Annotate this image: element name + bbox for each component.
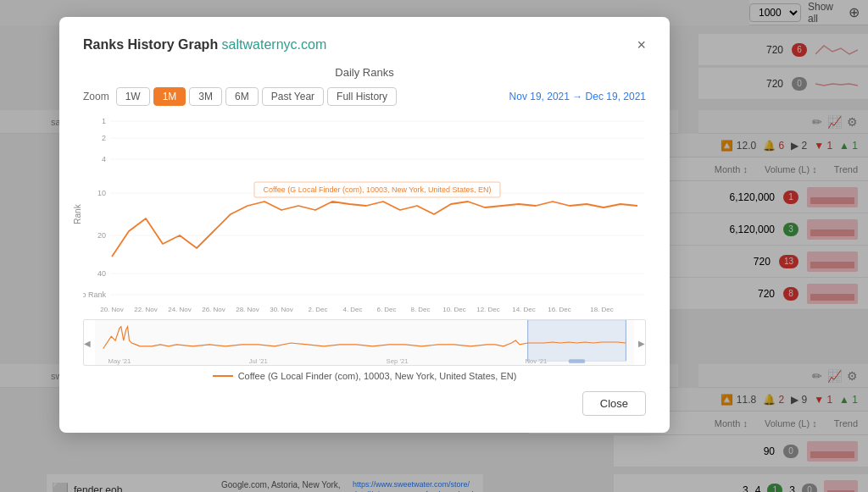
zoom-3m[interactable]: 3M <box>189 87 222 106</box>
svg-text:4. Dec: 4. Dec <box>342 306 362 313</box>
mini-chart: ◀ May '21 Jul '21 Sep '21 Nov '21 ▶ <box>83 319 646 366</box>
zoom-1m[interactable]: 1M <box>153 87 186 106</box>
svg-text:30. Nov: 30. Nov <box>270 306 293 313</box>
svg-text:20. Nov: 20. Nov <box>100 306 124 313</box>
modal-site-link[interactable]: saltwaternyc.com <box>222 37 327 52</box>
svg-text:May '21: May '21 <box>108 357 131 365</box>
close-icon-btn[interactable]: × <box>637 37 646 53</box>
legend-line-indicator <box>213 375 233 377</box>
zoom-1w[interactable]: 1W <box>116 87 150 106</box>
modal-title-group: Ranks History Graph saltwaternyc.com <box>83 37 326 53</box>
main-chart: Rank 1 2 4 10 20 40 No Rank 20. Nov 22. … <box>83 113 646 316</box>
svg-text:1: 1 <box>102 117 106 125</box>
svg-text:12. Dec: 12. Dec <box>476 306 500 313</box>
svg-text:2. Dec: 2. Dec <box>308 306 327 313</box>
svg-text:26. Nov: 26. Nov <box>202 306 225 313</box>
zoom-past-year[interactable]: Past Year <box>262 87 324 106</box>
date-range: Nov 19, 2021 → Dec 19, 2021 <box>509 91 646 102</box>
modal-title: Ranks History Graph <box>83 37 218 52</box>
svg-text:4: 4 <box>102 155 106 163</box>
svg-text:14. Dec: 14. Dec <box>512 306 536 313</box>
svg-text:24. Nov: 24. Nov <box>168 306 192 313</box>
svg-text:Sep '21: Sep '21 <box>387 357 409 365</box>
svg-text:18. Dec: 18. Dec <box>590 306 614 313</box>
svg-text:Jul '21: Jul '21 <box>249 357 268 365</box>
mini-chart-svg: May '21 Jul '21 Sep '21 Nov '21 <box>84 320 645 365</box>
main-chart-svg: 1 2 4 10 20 40 No Rank 20. Nov 22. Nov 2… <box>83 113 646 316</box>
zoom-full-history[interactable]: Full History <box>327 87 397 106</box>
zoom-6m[interactable]: 6M <box>225 87 259 106</box>
svg-text:28. Nov: 28. Nov <box>236 306 259 313</box>
svg-text:2: 2 <box>102 134 106 142</box>
svg-text:6. Dec: 6. Dec <box>376 306 396 313</box>
svg-text:No Rank: No Rank <box>83 290 107 299</box>
svg-text:40: 40 <box>97 269 106 278</box>
close-modal-button[interactable]: Close <box>582 391 646 416</box>
svg-rect-35 <box>569 359 585 363</box>
svg-rect-32 <box>528 320 626 361</box>
svg-text:16. Dec: 16. Dec <box>548 306 571 313</box>
zoom-label: Zoom <box>83 91 109 102</box>
zoom-bar: Zoom 1W 1M 3M 6M Past Year Full History … <box>83 87 646 106</box>
svg-text:8. Dec: 8. Dec <box>410 306 430 313</box>
svg-text:10: 10 <box>97 189 106 197</box>
modal-footer: Close <box>83 391 646 416</box>
modal-header: Ranks History Graph saltwaternyc.com × <box>83 37 646 53</box>
modal-dialog: Ranks History Graph saltwaternyc.com × D… <box>59 17 670 433</box>
chart-legend: Coffee (G Local Finder (com), 10003, New… <box>83 371 646 381</box>
svg-text:Nov '21: Nov '21 <box>525 357 547 365</box>
svg-text:22. Nov: 22. Nov <box>134 306 158 313</box>
y-axis-label: Rank <box>73 204 82 224</box>
svg-text:10. Dec: 10. Dec <box>442 306 466 313</box>
svg-text:Coffee (G Local Finder (com), : Coffee (G Local Finder (com), 10003, New… <box>264 185 492 194</box>
mini-scroll-right-btn[interactable]: ▶ <box>638 338 645 347</box>
mini-scroll-left-btn[interactable]: ◀ <box>84 338 91 347</box>
svg-text:20: 20 <box>97 231 106 240</box>
legend-label: Coffee (G Local Finder (com), 10003, New… <box>238 371 517 381</box>
chart-title: Daily Ranks <box>83 66 646 79</box>
